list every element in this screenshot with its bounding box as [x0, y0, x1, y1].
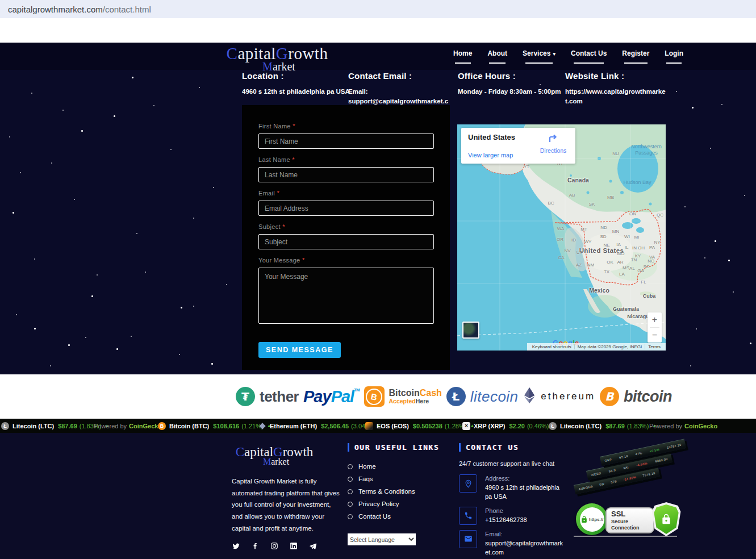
browser-address-bar[interactable]: capitalgrowthmarket.com/contact.html [0, 0, 756, 18]
map-label: MT [580, 227, 587, 232]
send-message-button[interactable]: SEND MESSAGE [258, 342, 341, 358]
language-select[interactable]: Select Language [348, 533, 416, 545]
white-gap [0, 18, 756, 43]
nav-contact-us[interactable]: Contact Us [571, 49, 607, 64]
litecoin-logo: Ł litecoin [446, 387, 519, 406]
footer-about-column: CapitalGrowth Market Capital Growth Mark… [232, 445, 341, 550]
map-data-attribution: Map data ©2025 Google, INEGI [574, 344, 645, 349]
map-label: TX [604, 269, 609, 275]
footer-link-faqs[interactable]: Faqs [348, 475, 444, 482]
footer-logo[interactable]: CapitalGrowth Market [232, 445, 317, 466]
nav-services[interactable]: Services▾ [523, 49, 555, 64]
message-label: Your Message * [258, 257, 434, 264]
last-name-label: Last Name * [258, 156, 434, 163]
nav-register[interactable]: Register [622, 49, 649, 64]
useful-links-list: HomeFaqsTerms & ConditionsPrivacy Policy… [348, 463, 444, 520]
info-hours: Office Hours : Monday - Friday 8:30am - … [458, 71, 566, 97]
eos-icon [365, 422, 373, 430]
site-header: CapitalGrowth Market HomeAboutServices▾C… [0, 43, 756, 70]
tether-logo: ₮ tether [236, 387, 299, 406]
map-label: MB [607, 195, 614, 201]
telegram-icon[interactable] [309, 542, 317, 550]
map-label: TN [631, 257, 637, 263]
main-nav: HomeAboutServices▾Contact UsRegisterLogi… [453, 43, 683, 70]
ticker-coin-eos[interactable]: EOS (EOS)$0.505238(1.28%)▲ [365, 422, 474, 430]
starfield-dim [0, 70, 1, 71]
zoom-out-button[interactable]: − [648, 328, 662, 343]
map-label: MO [617, 251, 625, 257]
subject-input[interactable] [258, 234, 434, 249]
footer-divider [574, 536, 677, 537]
satellite-view-thumbnail[interactable] [462, 322, 479, 339]
address-value: 4960 s 12th st philadelphia pa USA [485, 483, 565, 502]
map-label: Canada [567, 177, 589, 184]
footer-links-column: OUR USEFUL LINKS HomeFaqsTerms & Conditi… [348, 443, 444, 545]
ticker-powered-by[interactable]: Powered by CoinGecko [649, 423, 717, 429]
linkedin-icon[interactable] [290, 542, 298, 550]
map-label: SC [643, 264, 649, 270]
https-badge: https:// [576, 503, 608, 535]
map-label: MN [612, 229, 619, 235]
ticker-powered-by[interactable]: Powered by CoinGecko [94, 423, 162, 429]
email-input[interactable] [258, 201, 434, 216]
map-label: OR [557, 237, 563, 243]
https-label: https:// [589, 517, 603, 522]
footer-link-privacy-policy[interactable]: Privacy Policy [348, 500, 444, 507]
map-label: AB [569, 193, 575, 198]
map-label: OH [638, 245, 645, 251]
map-label: ON [629, 211, 636, 217]
contact-address-row: Address: 4960 s 12th st philadelphia pa … [459, 474, 567, 502]
map-label: GA [637, 268, 644, 274]
view-larger-map-link[interactable]: View larger map [468, 152, 513, 158]
footer-link-home[interactable]: Home [348, 463, 444, 470]
ssl-shield-badge [651, 502, 682, 536]
phone-label: Phone [485, 507, 527, 516]
info-website: Website Link : https://www.capitalgrowth… [565, 71, 666, 107]
first-name-input[interactable] [258, 134, 434, 149]
instagram-icon[interactable] [270, 542, 278, 550]
map-label: Mexico [589, 287, 609, 294]
site-logo[interactable]: CapitalGrowth Market [225, 45, 329, 72]
ssl-secure-connection-badge: SSL Secure Connection [605, 507, 654, 533]
bitcoin-icon: B [600, 387, 619, 406]
info-hours-title: Office Hours : [458, 71, 566, 81]
payment-logos-row: ₮ tether PayPalTM B BitcoinCash Accepted… [236, 374, 672, 419]
logo-line1: CapitalGrowth [225, 45, 329, 62]
payments-strip: ₮ tether PayPalTM B BitcoinCash Accepted… [0, 374, 756, 419]
directions-button[interactable]: Directions [537, 132, 570, 154]
eth-icon [258, 422, 266, 430]
ticker-coin-ltc[interactable]: ŁLitecoin (LTC)$87.69(1.83%)▲ [1, 422, 109, 430]
ticker-coin-eth[interactable]: Ethereum (ETH)$2,506.45(3.04%)▲ [258, 422, 381, 430]
hero-section: Location : 4960 s 12th st philadelphia p… [0, 70, 756, 374]
footer-link-terms-conditions[interactable]: Terms & Conditions [348, 488, 444, 495]
map-label: IA [616, 242, 621, 248]
map-label: ID [571, 237, 576, 243]
footer-graphics-column: AURORA5W57B-14.89%7579.18WEED94.09AI-4.9… [573, 437, 680, 539]
ticker-coin-btc[interactable]: BBitcoin (BTC)$108,616(1.21%)▲ [158, 422, 272, 430]
last-name-input[interactable] [258, 167, 434, 182]
facebook-icon[interactable] [251, 542, 259, 550]
map-label: NC [648, 258, 654, 264]
google-map[interactable]: CanadaUnited StatesMexicoCubaGuatemalaNi… [457, 124, 666, 351]
support-text: 24/7 customer support an live chat [459, 460, 567, 467]
keyboard-shortcuts-link[interactable]: Keyboard shortcuts [529, 344, 574, 349]
ticker-coin-ltc[interactable]: ŁLitecoin (LTC)$87.69(1.83%)▲ [549, 422, 657, 430]
ticker-coin-xrp[interactable]: ✕XRP (XRP)$2.20(0.46%)▲ [462, 422, 557, 430]
url-domain: capitalgrowthmarket.com [8, 5, 103, 14]
nav-login[interactable]: Login [665, 49, 683, 64]
message-textarea[interactable] [258, 268, 434, 324]
map-attribution: Keyboard shortcuts Map data ©2025 Google… [527, 343, 666, 351]
map-label: BC [548, 201, 554, 206]
map-label: LA [619, 272, 625, 277]
zoom-in-button[interactable]: + [648, 312, 662, 327]
map-label: YT [524, 164, 529, 170]
map-label: KY [635, 253, 641, 259]
map-label: PA [649, 245, 655, 251]
terms-link[interactable]: Terms [645, 344, 663, 349]
nav-about[interactable]: About [487, 49, 507, 64]
footer-link-contact-us[interactable]: Contact Us [348, 513, 444, 520]
map-label: NV [564, 248, 570, 254]
twitter-icon[interactable] [232, 542, 240, 550]
logo-line2: Market [225, 61, 329, 72]
nav-home[interactable]: Home [453, 49, 472, 64]
